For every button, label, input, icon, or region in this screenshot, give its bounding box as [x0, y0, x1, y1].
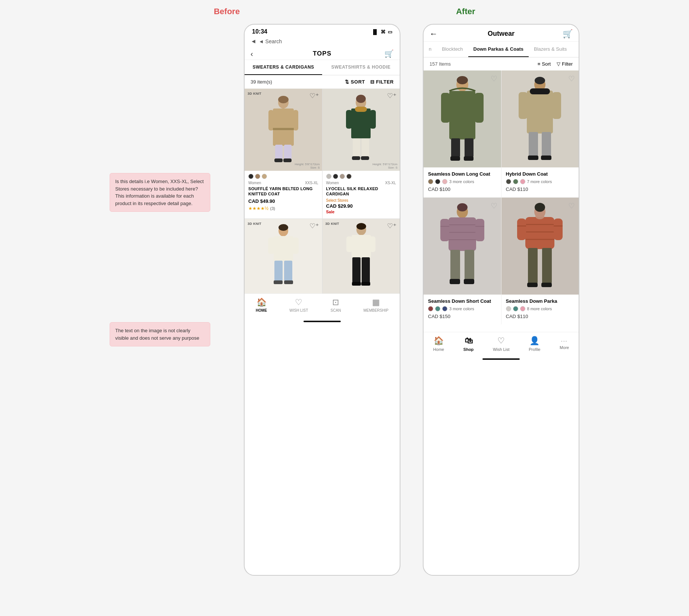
- after-product-card-4[interactable]: ♡: [501, 198, 579, 324]
- tab-sweaters[interactable]: SWEATERS & CARDIGANS: [245, 60, 322, 75]
- svg-rect-6: [275, 145, 283, 160]
- before-phone: 10:34 ▐▌ ⌘ ▭ ◄ ◄ Search ‹ TOPS 🛒 SWEATER…: [244, 24, 400, 576]
- wishlist-button-1[interactable]: ♡⁺: [309, 92, 319, 100]
- svg-rect-70: [464, 279, 474, 284]
- category-tabs: SWEATERS & CARDIGANS SWEATSHIRTS & HOODI…: [245, 60, 400, 75]
- nav-home[interactable]: 🏠 HOME: [256, 298, 267, 312]
- svg-rect-25: [274, 261, 283, 281]
- after-swatch-1-2[interactable]: [435, 179, 440, 184]
- select-stores-2: Select Stores: [326, 198, 396, 202]
- product-card-1[interactable]: 3D KNIT ♡⁺: [245, 89, 322, 219]
- after-swatch-3-1[interactable]: [428, 306, 433, 311]
- product-card-4[interactable]: 3D KNIT ♡⁺: [323, 219, 400, 293]
- svg-rect-32: [346, 236, 352, 252]
- after-filter-button[interactable]: ▽ Filter: [557, 61, 573, 67]
- product-card-2[interactable]: ♡⁺: [323, 89, 400, 219]
- after-product-card-1[interactable]: ♡: [424, 70, 501, 197]
- after-swatch-1-3[interactable]: [442, 179, 447, 184]
- after-wishlist-2[interactable]: ♡: [568, 74, 575, 83]
- swatch-2-2[interactable]: [333, 174, 338, 179]
- after-product-card-3[interactable]: ♡: [424, 198, 501, 324]
- product-image-4: 3D KNIT ♡⁺: [323, 219, 400, 293]
- after-tab-down-parkas[interactable]: Down Parkas & Coats: [468, 42, 529, 57]
- sort-button[interactable]: ⇅ SORT: [345, 79, 365, 85]
- after-wishlist-3[interactable]: ♡: [491, 201, 497, 210]
- swatch-2-3[interactable]: [340, 174, 345, 179]
- sort-icon: ⇅: [345, 79, 349, 85]
- after-nav-more[interactable]: ··· More: [560, 338, 569, 350]
- swatch-1-2[interactable]: [255, 174, 260, 179]
- wifi-icon: ⌘: [381, 29, 386, 35]
- nav-membership[interactable]: ▦ MEMBERSHIP: [364, 298, 388, 312]
- after-swatch-4-3[interactable]: [520, 306, 525, 311]
- after-sort-label: Sort: [542, 61, 551, 67]
- after-nav-profile[interactable]: 👤 Profile: [529, 336, 540, 352]
- after-swatch-3-3[interactable]: [442, 306, 447, 311]
- after-product-name-2: Hybrid Down Coat: [506, 171, 575, 177]
- swatch-2-1[interactable]: [326, 174, 331, 179]
- product-figure-2: [342, 94, 380, 165]
- after-swatch-4-1[interactable]: [506, 306, 511, 311]
- after-swatch-2-2[interactable]: [513, 179, 518, 184]
- swatch-2-4[interactable]: [346, 174, 352, 179]
- after-swatch-2-1[interactable]: [506, 179, 511, 184]
- after-shop-icon: 🛍: [465, 336, 473, 346]
- filter-button[interactable]: ⊟ FILTER: [370, 79, 394, 85]
- product-figure-1: [265, 94, 302, 165]
- svg-rect-43: [451, 138, 460, 157]
- after-tab-blazers[interactable]: Blazers & Suits: [529, 42, 572, 57]
- after-nav-shop[interactable]: 🛍 Shop: [463, 336, 474, 352]
- back-button[interactable]: ‹: [251, 50, 253, 58]
- nav-scan[interactable]: ⊡ SCAN: [331, 298, 341, 312]
- cart-icon[interactable]: 🛒: [384, 49, 394, 58]
- svg-rect-68: [465, 250, 474, 280]
- after-sort-button[interactable]: ≡ Sort: [538, 61, 551, 67]
- page-header: ‹ TOPS 🛒: [245, 48, 400, 60]
- after-tab-n[interactable]: n: [424, 42, 437, 57]
- after-category-tabs: n Blocktech Down Parkas & Coats Blazers …: [424, 42, 579, 57]
- svg-rect-5: [273, 128, 294, 130]
- back-icon[interactable]: ◄: [251, 38, 257, 45]
- product-card-3[interactable]: 3D KNIT ♡⁺: [245, 219, 322, 293]
- svg-rect-50: [530, 88, 550, 94]
- after-swatch-4-2[interactable]: [513, 306, 518, 311]
- wishlist-button-3[interactable]: ♡⁺: [309, 222, 319, 230]
- height-label-2: Height: 5'8"/172cmSize: S: [372, 163, 397, 169]
- after-swatch-1-1[interactable]: [428, 179, 433, 184]
- search-nav-bar[interactable]: ◄ ◄ Search: [245, 37, 400, 48]
- after-product-info-4: Seamless Down Parka 8 more colors CAD $1…: [501, 295, 579, 324]
- after-wishlist-4[interactable]: ♡: [568, 201, 575, 210]
- after-wishlist-1[interactable]: ♡: [491, 74, 497, 83]
- after-back-button[interactable]: ←: [430, 29, 438, 39]
- after-swatch-3-2[interactable]: [435, 306, 440, 311]
- after-nav-wishlist[interactable]: ♡ Wish List: [493, 336, 510, 352]
- svg-rect-23: [268, 238, 274, 254]
- tab-sweatshirts[interactable]: SWEATSHIRTS & HOODIE: [322, 60, 400, 75]
- swatch-1-1[interactable]: [248, 174, 254, 179]
- swatch-1-3[interactable]: [262, 174, 267, 179]
- svg-rect-33: [369, 236, 375, 252]
- after-cart-icon[interactable]: 🛒: [563, 29, 573, 39]
- product-gender-1: Women: [248, 181, 261, 185]
- after-price-2: CAD $110: [506, 186, 575, 192]
- after-nav-home[interactable]: 🏠 Home: [433, 336, 444, 352]
- svg-rect-49: [527, 91, 553, 133]
- svg-rect-22: [274, 236, 293, 261]
- nav-wishlist[interactable]: ♡ WISH LIST: [289, 298, 308, 312]
- svg-rect-83: [542, 248, 552, 283]
- bottom-nav: 🏠 HOME ♡ WISH LIST ⊡ SCAN ▦ MEMBERSHIP: [245, 293, 400, 318]
- after-product-card-2[interactable]: ♡: [501, 70, 579, 197]
- product-price-1: CAD $49.90: [248, 198, 318, 204]
- svg-point-48: [535, 77, 545, 84]
- after-figure-3: [438, 201, 487, 291]
- after-swatch-2-3[interactable]: [520, 179, 525, 184]
- svg-rect-77: [517, 219, 526, 240]
- wishlist-button-4[interactable]: ♡⁺: [387, 222, 397, 230]
- svg-rect-19: [361, 156, 369, 160]
- wishlist-button-2[interactable]: ♡⁺: [387, 92, 397, 100]
- svg-rect-4: [293, 110, 298, 131]
- product-gender-2: Women: [326, 181, 339, 185]
- after-tab-blocktech[interactable]: Blocktech: [437, 42, 468, 57]
- after-profile-label: Profile: [529, 347, 540, 352]
- svg-rect-59: [449, 217, 476, 251]
